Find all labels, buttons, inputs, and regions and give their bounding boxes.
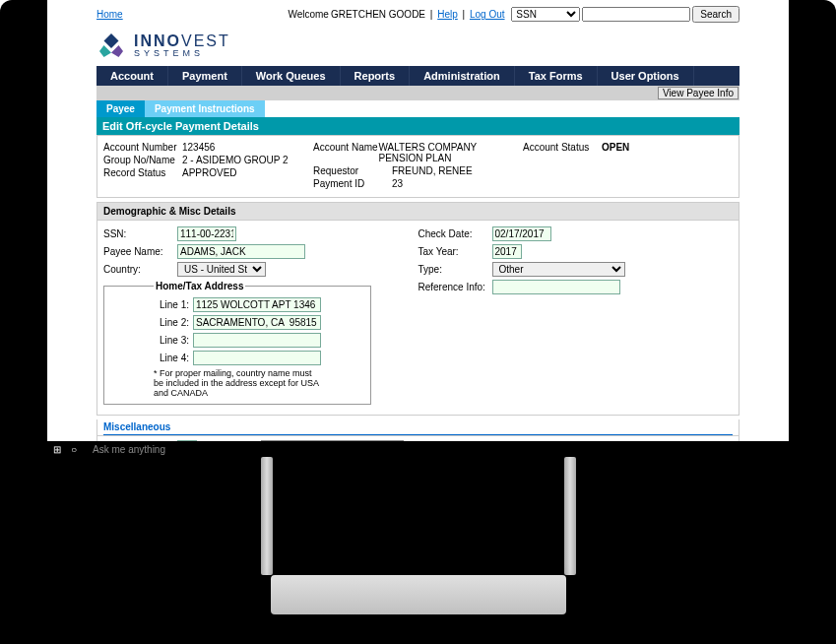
group-value: 2 - ASIDEMO GROUP 2: [182, 155, 289, 165]
record-status-value: APPROVED: [182, 167, 237, 178]
nav-user-options[interactable]: User Options: [598, 66, 694, 86]
search-input[interactable]: [582, 7, 690, 22]
nav-work-queues[interactable]: Work Queues: [242, 66, 341, 86]
nav-payment[interactable]: Payment: [168, 66, 242, 86]
line2-label: Line 2:: [154, 317, 193, 328]
group-label: Group No/Name: [103, 155, 182, 165]
line3-label: Line 3:: [154, 335, 193, 346]
check-date-input[interactable]: [492, 226, 551, 241]
payment-id-value: 23: [392, 178, 403, 189]
search-type-select[interactable]: SSN: [511, 7, 580, 22]
country-label: Country:: [103, 264, 177, 275]
search-button[interactable]: Search: [692, 6, 740, 23]
address-legend: Home/Tax Address: [154, 281, 245, 291]
record-status-label: Record Status: [103, 167, 182, 178]
windows-start-icon[interactable]: ⊞: [53, 444, 61, 455]
nav-tax-forms[interactable]: Tax Forms: [515, 66, 598, 86]
payee-name-input[interactable]: [177, 244, 305, 259]
monitor-base: [271, 575, 566, 614]
requestor-value: FREUND, RENEE: [392, 165, 473, 176]
main-nav: Account Payment Work Queues Reports Admi…: [96, 66, 740, 86]
type-label: Type:: [418, 264, 492, 275]
line1-label: Line 1:: [154, 299, 193, 310]
info-panel: Account Number123456 Group No/Name2 - AS…: [96, 135, 740, 198]
check-date-label: Check Date:: [418, 228, 492, 239]
line4-label: Line 4:: [154, 353, 193, 363]
payment-id-label: Payment ID: [313, 178, 392, 189]
ssn-label: SSN:: [103, 228, 177, 239]
monitor-bezel: Home Welcome GRETCHEN GOODE | Help | Log…: [47, 0, 789, 457]
misc-header[interactable]: Miscellaneous: [103, 419, 733, 435]
app-body: Home Welcome GRETCHEN GOODE | Help | Log…: [47, 0, 789, 441]
sub-bar: View Payee Info: [96, 86, 740, 100]
type-select[interactable]: Other: [492, 262, 625, 277]
account-name-value: WALTERS COMPANY PENSION PLAN: [378, 142, 523, 163]
taskbar-search-placeholder[interactable]: Ask me anything: [93, 444, 165, 455]
address-note: * For proper mailing, country name must …: [154, 368, 321, 398]
nav-reports[interactable]: Reports: [341, 66, 411, 86]
home-link[interactable]: Home: [96, 9, 123, 20]
nav-administration[interactable]: Administration: [410, 66, 515, 86]
ssn-input[interactable]: [177, 226, 236, 241]
section-title: Edit Off-cycle Payment Details: [96, 117, 740, 135]
screen-content: Home Welcome GRETCHEN GOODE | Help | Log…: [47, 0, 789, 441]
help-link[interactable]: Help: [437, 9, 458, 20]
monitor-frame: Home Welcome GRETCHEN GOODE | Help | Log…: [0, 0, 836, 644]
addr-line3-input[interactable]: [193, 333, 321, 348]
nav-account[interactable]: Account: [96, 66, 168, 86]
address-fieldset: Home/Tax Address Line 1: Line 2: Line 3:…: [103, 281, 371, 405]
account-name-label: Account Name: [313, 142, 378, 163]
payee-name-label: Payee Name:: [103, 246, 177, 257]
tab-row: Payee Payment Instructions: [96, 100, 740, 117]
tab-payee[interactable]: Payee: [96, 100, 145, 117]
monitor-stand-arm: [261, 457, 576, 585]
demographic-panel: SSN: Payee Name: Country:US - United Sta…: [96, 221, 740, 416]
tax-year-label: Tax Year:: [418, 246, 492, 257]
top-bar: Home Welcome GRETCHEN GOODE | Help | Log…: [96, 4, 740, 25]
welcome-prefix: Welcome: [288, 9, 329, 20]
windows-taskbar[interactable]: ⊞ ○ Ask me anything: [47, 441, 789, 457]
demographic-header: Demographic & Misc Details: [96, 202, 740, 221]
logo-icon: [96, 31, 126, 60]
logout-link[interactable]: Log Out: [470, 9, 505, 20]
account-status-value: OPEN: [602, 142, 629, 153]
requestor-label: Requestor: [313, 165, 392, 176]
ref-info-label: Reference Info:: [418, 282, 492, 292]
welcome-user: GRETCHEN GOODE: [331, 9, 425, 20]
view-payee-button[interactable]: View Payee Info: [658, 87, 739, 99]
tax-year-input[interactable]: [492, 244, 522, 259]
country-select[interactable]: US - United States: [177, 262, 266, 277]
addr-line2-input[interactable]: [193, 315, 321, 330]
logo-row: INNOVEST SYSTEMS: [96, 25, 740, 66]
cortana-icon[interactable]: ○: [71, 444, 77, 455]
addr-line4-input[interactable]: [193, 351, 321, 365]
top-right: Welcome GRETCHEN GOODE | Help | Log Out …: [288, 6, 740, 23]
addr-line1-input[interactable]: [193, 297, 321, 312]
ref-info-input[interactable]: [492, 280, 620, 294]
account-status-label: Account Status: [523, 142, 602, 153]
account-number-value: 123456: [182, 142, 215, 153]
tab-payment-instructions[interactable]: Payment Instructions: [145, 100, 265, 117]
account-number-label: Account Number: [103, 142, 182, 153]
